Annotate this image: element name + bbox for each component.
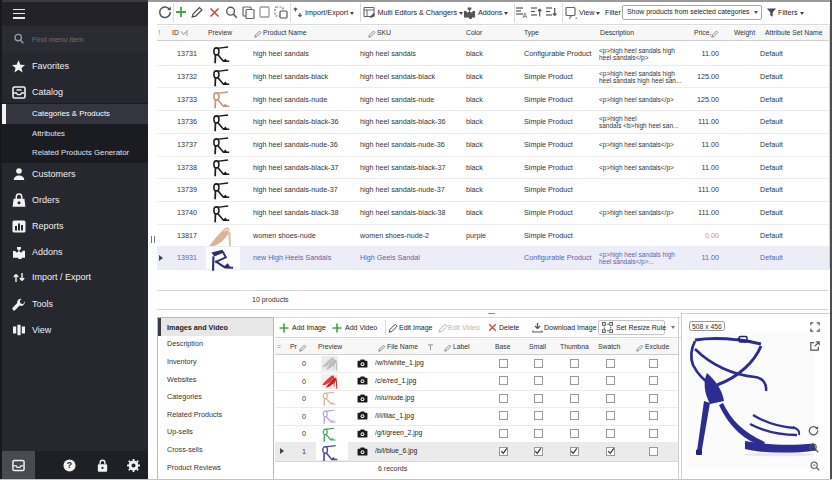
svg-text:?: ? — [67, 460, 72, 470]
svg-text:A: A — [523, 12, 528, 18]
